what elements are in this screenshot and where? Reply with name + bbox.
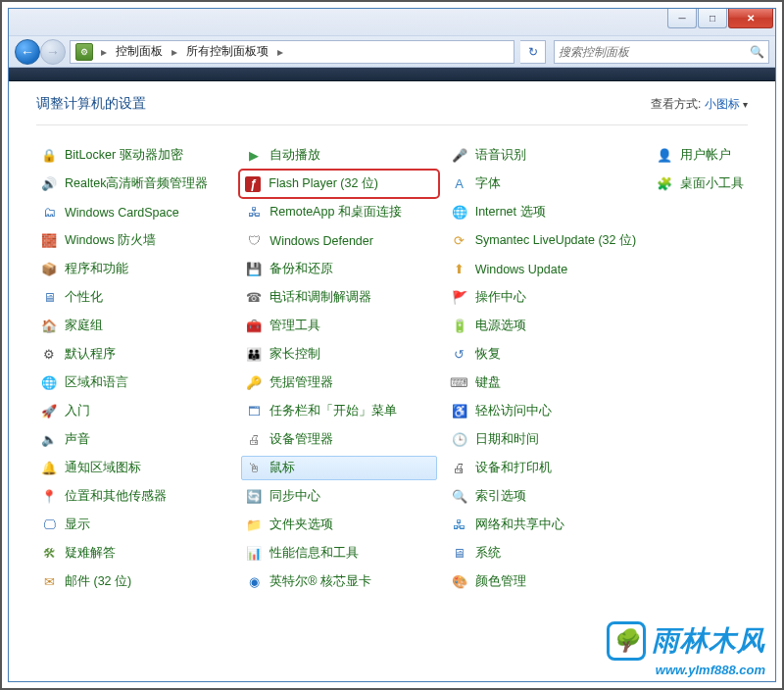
control-panel-item[interactable]: ⟳Symantec LiveUpdate (32 位) [447, 228, 642, 253]
item-label: 性能信息和工具 [270, 545, 359, 562]
control-panel-item[interactable]: 🔋电源选项 [447, 314, 642, 338]
control-panel-item[interactable]: 🛡Windows Defender [241, 228, 436, 253]
control-panel-item[interactable]: 📍位置和其他传感器 [36, 484, 231, 509]
control-panel-item[interactable]: 🚀入门 [36, 399, 231, 423]
item-icon: A [451, 175, 468, 193]
control-panel-item[interactable]: 🔊Realtek高清晰音频管理器 [36, 172, 231, 196]
maximize-button[interactable]: □ [698, 9, 727, 28]
item-label: 疑难解答 [65, 545, 116, 562]
item-label: Windows CardSpace [65, 206, 179, 220]
control-panel-item[interactable]: 🔄同步中心 [241, 484, 436, 509]
breadcrumb-separator: ▸ [272, 45, 288, 59]
control-panel-item[interactable]: 👤用户帐户 [652, 143, 748, 168]
control-panel-item[interactable]: ☎电话和调制解调器 [241, 285, 436, 310]
minimize-button[interactable]: ─ [667, 9, 697, 28]
control-panel-item[interactable]: 💾备份和还原 [241, 257, 436, 281]
control-panel-item[interactable]: 📊性能信息和工具 [241, 541, 436, 566]
item-icon: 🔈 [40, 431, 58, 449]
item-label: 设备和打印机 [475, 460, 552, 476]
control-panel-item[interactable]: 🔍索引选项 [447, 484, 642, 509]
control-panel-item[interactable]: 🌐Internet 选项 [447, 200, 642, 224]
search-input[interactable] [559, 45, 750, 59]
item-label: 网络和共享中心 [475, 517, 564, 533]
control-panel-item[interactable]: 🖧RemoteApp 和桌面连接 [241, 200, 436, 224]
control-panel-item[interactable]: ◉英特尔® 核芯显卡 [241, 569, 436, 594]
control-panel-item[interactable]: 🕒日期和时间 [447, 427, 642, 452]
control-panel-item[interactable]: 🖱鼠标 [241, 456, 436, 480]
item-label: 桌面小工具 [680, 175, 744, 192]
control-panel-item[interactable]: 🧩桌面小工具 [652, 172, 748, 196]
control-panel-item[interactable]: ✉邮件 (32 位) [36, 569, 231, 594]
refresh-button[interactable]: ↻ [520, 40, 546, 64]
control-panel-item[interactable]: 👪家长控制 [241, 342, 436, 367]
item-label: RemoteApp 和桌面连接 [270, 204, 401, 221]
control-panel-item[interactable]: 🧰管理工具 [241, 314, 436, 338]
item-icon: 🎤 [451, 147, 468, 165]
control-panel-item[interactable]: 🖥个性化 [36, 285, 231, 310]
item-icon: 🌐 [451, 204, 468, 222]
item-icon: ↺ [451, 346, 468, 364]
item-icon: ♿ [451, 403, 468, 420]
control-panel-item[interactable]: 🔒BitLocker 驱动器加密 [36, 143, 231, 168]
control-panel-item[interactable]: 🛠疑难解答 [36, 541, 231, 566]
breadcrumb-separator: ▸ [96, 45, 112, 59]
view-by-control[interactable]: 查看方式: 小图标 ▾ [651, 96, 748, 113]
control-panel-item[interactable]: ⬆Windows Update [447, 257, 642, 281]
control-panel-item[interactable]: 🔔通知区域图标 [36, 456, 231, 480]
control-panel-item[interactable]: 📁文件夹选项 [241, 513, 436, 537]
item-label: 鼠标 [270, 460, 295, 476]
item-label: 邮件 (32 位) [65, 573, 131, 590]
breadcrumb-part-1[interactable]: 控制面板 [112, 40, 167, 63]
control-panel-item[interactable]: 🖥系统 [447, 541, 642, 566]
control-panel-item[interactable]: 🏠家庭组 [36, 314, 231, 338]
control-panel-item[interactable]: ⚙默认程序 [36, 342, 231, 367]
item-icon: 🖥 [40, 289, 58, 307]
titlebar: ─ □ ✕ [9, 9, 775, 36]
item-icon: ✉ [40, 573, 58, 591]
item-icon: 👤 [656, 147, 673, 165]
control-panel-item[interactable]: ⌨键盘 [447, 370, 642, 395]
control-panel-item[interactable]: 🎤语音识别 [447, 143, 642, 168]
control-panel-item[interactable]: ƒFlash Player (32 位) [241, 172, 436, 196]
control-panel-item[interactable]: ▶自动播放 [241, 143, 436, 168]
item-icon: ƒ [244, 175, 262, 193]
item-icon: 🏠 [40, 318, 58, 335]
close-button[interactable]: ✕ [728, 9, 773, 28]
item-icon: 💾 [245, 261, 263, 278]
search-box[interactable]: 🔍 [554, 40, 769, 64]
watermark-url: www.ylmf888.com [607, 663, 765, 677]
back-button[interactable]: ← [15, 39, 40, 65]
control-panel-item[interactable]: ♿轻松访问中心 [447, 399, 642, 423]
item-label: 系统 [475, 545, 501, 562]
control-panel-item[interactable]: 📦程序和功能 [36, 257, 231, 281]
item-icon: 🔑 [245, 374, 263, 392]
control-panel-window: ─ □ ✕ ← → ⚙ ▸ 控制面板 ▸ 所有控制面板项 ▸ ↻ 🔍 调整计算机… [8, 8, 776, 682]
chevron-down-icon: ▾ [743, 99, 748, 110]
viewby-value[interactable]: 小图标 [705, 97, 740, 111]
control-panel-item[interactable]: 🎨颜色管理 [447, 569, 642, 594]
control-panel-item[interactable]: 🔑凭据管理器 [241, 370, 436, 395]
item-label: 电话和调制解调器 [270, 289, 371, 306]
control-panel-item[interactable]: 🖨设备管理器 [241, 427, 436, 452]
breadcrumb[interactable]: ⚙ ▸ 控制面板 ▸ 所有控制面板项 ▸ [70, 40, 514, 64]
item-icon: 🕒 [451, 431, 468, 449]
control-panel-item[interactable]: ↺恢复 [447, 342, 642, 367]
control-panel-item[interactable]: 🚩操作中心 [447, 285, 642, 310]
breadcrumb-part-2[interactable]: 所有控制面板项 [182, 40, 272, 63]
control-panel-item[interactable]: 🖨设备和打印机 [447, 456, 642, 480]
control-panel-item[interactable]: A字体 [447, 172, 642, 196]
control-panel-item[interactable]: 🧱Windows 防火墙 [36, 228, 231, 253]
control-panel-item[interactable]: 🖵显示 [36, 513, 231, 537]
control-panel-item[interactable]: 🌐区域和语言 [36, 370, 231, 395]
item-label: 语音识别 [475, 147, 526, 164]
watermark-logo-icon: 🌳 [607, 621, 646, 661]
item-label: 文件夹选项 [270, 517, 333, 533]
item-icon: 👪 [245, 346, 263, 364]
control-panel-item[interactable]: 🔈声音 [36, 427, 231, 452]
item-icon: ⚙ [40, 346, 58, 364]
forward-button[interactable]: → [40, 39, 66, 65]
item-icon: 🖧 [451, 517, 468, 534]
control-panel-item[interactable]: 🗂Windows CardSpace [36, 200, 231, 224]
control-panel-item[interactable]: 🗔任务栏和「开始」菜单 [241, 399, 436, 423]
control-panel-item[interactable]: 🖧网络和共享中心 [447, 513, 642, 537]
